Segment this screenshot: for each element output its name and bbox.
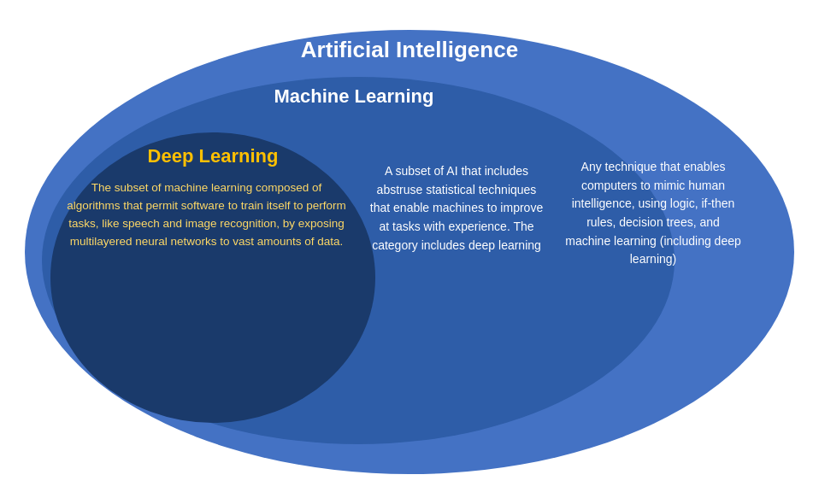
diagram-container: Artificial Intelligence Machine Learning… (16, 13, 803, 491)
ml-description: A subset of AI that includes abstruse st… (367, 162, 546, 255)
dl-title: Deep Learning (63, 145, 362, 167)
dl-description: The subset of machine learning composed … (63, 179, 350, 251)
ml-title: Machine Learning (42, 85, 666, 108)
ai-description: Any technique that enables computers to … (563, 158, 743, 269)
dl-ellipse (50, 132, 375, 423)
ai-title: Artificial Intelligence (16, 37, 803, 63)
